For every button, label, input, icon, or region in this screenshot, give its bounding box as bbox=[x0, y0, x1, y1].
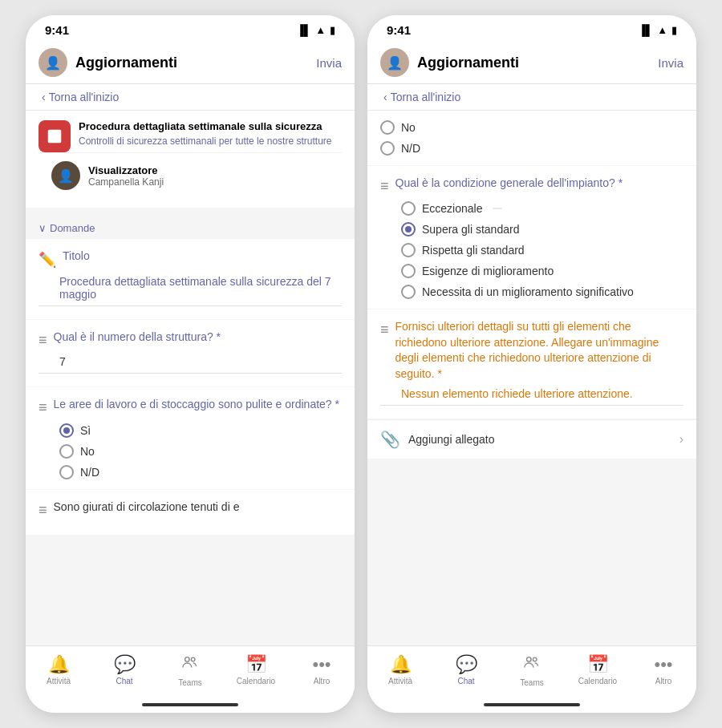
home-bar-right bbox=[484, 703, 580, 706]
q1-label: ✏️ Titolo bbox=[39, 249, 342, 270]
qr2-options: Eccezionale Supera gli standard Rispetta… bbox=[380, 201, 683, 299]
form-card-info: Procedura dettagliata settimanale sulla … bbox=[79, 120, 342, 148]
radio-option-no[interactable]: No bbox=[59, 444, 342, 459]
nav-teams-right[interactable]: Teams bbox=[499, 651, 565, 690]
nav-label-altro-left: Altro bbox=[314, 677, 331, 686]
home-indicator-right bbox=[367, 697, 696, 713]
wifi-icon-r: ▲ bbox=[657, 24, 667, 36]
radio-l-rispetta: Rispetta gli standard bbox=[422, 244, 525, 257]
q1-label-text: Titolo bbox=[63, 249, 90, 265]
nav-chat-left[interactable]: 💬 Chat bbox=[91, 651, 157, 690]
svg-point-5 bbox=[191, 657, 195, 661]
q4-label: ≡ Sono giurati di circolazione tenuti di… bbox=[39, 499, 342, 520]
radio-si[interactable] bbox=[59, 423, 74, 438]
phone-right: 9:41 ▐▌ ▲ ▮ 👤 Aggiornamenti Invia ‹ Torn… bbox=[367, 15, 696, 713]
radio-c-supera[interactable] bbox=[401, 222, 416, 237]
radio-l-supera: Supera gli standard bbox=[422, 223, 519, 236]
status-bar-left: 9:41 ▐▌ ▲ ▮ bbox=[26, 15, 355, 42]
form-card-sub: Controlli di sicurezza settimanali per t… bbox=[79, 135, 342, 148]
radio-rispetta[interactable]: Rispetta gli standard bbox=[401, 243, 683, 257]
radio-option-nd[interactable]: N/D bbox=[59, 465, 342, 479]
back-chevron-left: ‹ bbox=[42, 91, 46, 103]
content-right: No N/D ≡ Qual è la condizione generale d… bbox=[367, 111, 696, 645]
invia-button-right[interactable]: Invia bbox=[658, 56, 683, 70]
radio-l-necessita: Necessita di un miglioramento significat… bbox=[422, 285, 634, 298]
radio-esigenze[interactable]: Esigenze di miglioramento bbox=[401, 264, 683, 278]
qr3-label-text: Fornisci ulteriori dettagli su tutti gli… bbox=[395, 319, 683, 382]
q2-answer[interactable]: 7 bbox=[39, 355, 342, 374]
bottom-nav-right: 🔔 Attività 💬 Chat Teams bbox=[367, 645, 696, 697]
invia-button-left[interactable]: Invia bbox=[316, 56, 342, 70]
qr3-label: ≡ Fornisci ulteriori dettagli su tutti g… bbox=[380, 319, 683, 382]
nav-altro-right[interactable]: ••• Altro bbox=[631, 651, 696, 690]
teams-icon-left bbox=[181, 654, 199, 677]
nav-attivita-right[interactable]: 🔔 Attività bbox=[367, 651, 433, 690]
radio-label-no: No bbox=[80, 445, 95, 458]
nav-attivita-left[interactable]: 🔔 Attività bbox=[26, 651, 91, 690]
radio-eccezionale[interactable]: Eccezionale bbox=[401, 201, 683, 216]
svg-point-7 bbox=[533, 657, 537, 661]
q2-label: ≡ Qual è il numero della struttura? * bbox=[39, 330, 342, 350]
nav-calendario-right[interactable]: 📅 Calendario bbox=[565, 651, 631, 690]
section-label: ∨ Domande bbox=[39, 222, 342, 234]
nav-calendario-left[interactable]: 📅 Calendario bbox=[223, 651, 289, 690]
question-continued: No N/D bbox=[367, 111, 696, 165]
status-bar-right: 9:41 ▐▌ ▲ ▮ bbox=[367, 15, 696, 42]
nav-chat-right[interactable]: 💬 Chat bbox=[433, 651, 499, 690]
radio-nd-right[interactable]: N/D bbox=[380, 141, 683, 156]
author-section: 👤 Visualizzatore Campanella Kanji bbox=[39, 152, 342, 198]
radio-label-nd-right: N/D bbox=[401, 142, 420, 155]
nav-teams-left[interactable]: Teams bbox=[157, 651, 223, 690]
radio-circle-nd[interactable] bbox=[380, 141, 395, 156]
nav-altro-left[interactable]: ••• Altro bbox=[289, 651, 355, 690]
back-btn-left[interactable]: ‹ Torna all'inizio bbox=[26, 84, 355, 111]
continued-options: No N/D bbox=[380, 120, 683, 156]
radio-supera[interactable]: Supera gli standard bbox=[401, 222, 683, 237]
radio-c-rispetta[interactable] bbox=[401, 243, 416, 257]
nav-label-chat-right: Chat bbox=[457, 677, 474, 686]
header-avatar-right: 👤 bbox=[380, 48, 409, 77]
author-info: Visualizzatore Campanella Kanji bbox=[88, 164, 164, 188]
radio-nd[interactable] bbox=[59, 465, 74, 479]
back-btn-right[interactable]: ‹ Torna all'inizio bbox=[367, 84, 696, 111]
pencil-icon: ✏️ bbox=[39, 250, 56, 270]
radio-no[interactable] bbox=[59, 444, 74, 459]
q3-label: ≡ Le aree di lavoro e di stoccaggio sono… bbox=[39, 397, 342, 418]
q3-options: Sì No N/D bbox=[39, 423, 342, 479]
question-title: ✏️ Titolo Procedura dettagliata settiman… bbox=[26, 239, 355, 319]
radio-no-right[interactable]: No bbox=[380, 120, 683, 135]
battery-icon-r: ▮ bbox=[671, 24, 677, 36]
back-label-left: Torna all'inizio bbox=[49, 91, 120, 103]
radio-c-necessita[interactable] bbox=[401, 285, 416, 299]
q3-icon: ≡ bbox=[39, 398, 47, 418]
qr2-label-text: Qual è la condizione generale dell'impia… bbox=[395, 176, 623, 192]
attach-row[interactable]: 📎 Aggiungi allegato › bbox=[367, 419, 696, 459]
signal-icon-r: ▐▌ bbox=[639, 24, 653, 36]
q4-icon: ≡ bbox=[39, 500, 47, 520]
q1-answer[interactable]: Procedura dettagliata settimanale sulla … bbox=[39, 275, 342, 306]
bell-icon-right: 🔔 bbox=[390, 654, 412, 675]
qr3-answer[interactable]: Nessun elemento richiede ulteriore atten… bbox=[380, 387, 683, 406]
radio-option-si[interactable]: Sì bbox=[59, 423, 342, 438]
question-dettagli: ≡ Fornisci ulteriori dettagli su tutti g… bbox=[367, 309, 696, 418]
content-left: Procedura dettagliata settimanale sulla … bbox=[26, 111, 355, 645]
qr2-label: ≡ Qual è la condizione generale dell'imp… bbox=[380, 176, 683, 196]
status-time-right: 9:41 bbox=[387, 23, 411, 37]
svg-point-6 bbox=[527, 657, 532, 662]
author-name: Visualizzatore bbox=[88, 164, 164, 176]
signal-icon: ▐▌ bbox=[297, 24, 311, 36]
nav-label-teams-right: Teams bbox=[520, 678, 543, 687]
question-numero: ≡ Qual è il numero della struttura? * 7 bbox=[26, 320, 355, 386]
tag-eccezionale bbox=[493, 208, 502, 209]
status-icons-right: ▐▌ ▲ ▮ bbox=[639, 24, 677, 36]
section-label-text: Domande bbox=[50, 222, 95, 234]
radio-c-eccezionale[interactable] bbox=[401, 201, 416, 216]
header-title-right: Aggiornamenti bbox=[417, 55, 658, 71]
bottom-nav-left: 🔔 Attività 💬 Chat Teams bbox=[26, 645, 355, 697]
form-icon bbox=[39, 120, 71, 152]
radio-circle-no[interactable] bbox=[380, 120, 395, 135]
attach-chevron: › bbox=[679, 432, 683, 447]
radio-necessita[interactable]: Necessita di un miglioramento significat… bbox=[401, 285, 683, 299]
radio-c-esigenze[interactable] bbox=[401, 264, 416, 278]
form-card: Procedura dettagliata settimanale sulla … bbox=[39, 120, 342, 152]
